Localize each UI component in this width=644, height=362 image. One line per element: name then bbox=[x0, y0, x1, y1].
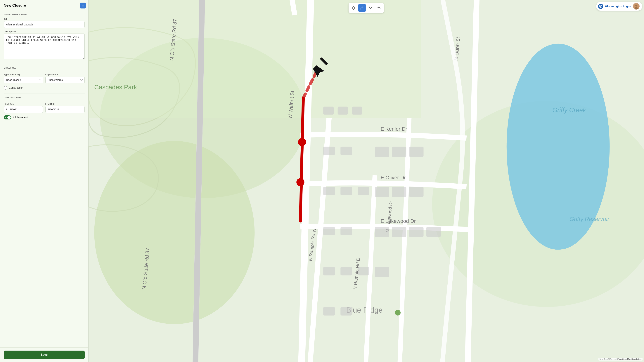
draw-icon bbox=[360, 6, 364, 10]
map-area: Griffy Creek Griffy Reservoir Cascades P… bbox=[88, 0, 644, 362]
svg-rect-7 bbox=[88, 0, 421, 118]
select-tool-button[interactable] bbox=[367, 4, 374, 12]
svg-rect-46 bbox=[426, 227, 441, 237]
all-day-toggle-row: ✓ All day event bbox=[4, 115, 85, 119]
end-date-group: End Date bbox=[45, 100, 85, 113]
title-field-group: Title bbox=[4, 18, 85, 28]
site-name: Bloomington.in.gov bbox=[605, 5, 631, 8]
draw-tool-button[interactable] bbox=[358, 4, 366, 12]
svg-rect-39 bbox=[340, 267, 352, 276]
type-label: Type of closing bbox=[4, 73, 43, 76]
title-input[interactable] bbox=[4, 21, 85, 28]
branding-logo bbox=[598, 4, 603, 9]
all-day-label: All day event bbox=[13, 116, 28, 119]
svg-text:E Kenler Dr: E Kenler Dr bbox=[381, 126, 407, 132]
left-panel: New Closure ✕ BASIC INFORMATION Title De… bbox=[0, 0, 88, 362]
svg-text:Griffy Creek: Griffy Creek bbox=[552, 106, 586, 113]
svg-rect-28 bbox=[358, 187, 369, 195]
department-label: Department bbox=[45, 73, 85, 76]
svg-rect-25 bbox=[340, 147, 352, 155]
basic-info-section: BASIC INFORMATION Title Description The … bbox=[4, 13, 85, 60]
map-background: Griffy Creek Griffy Reservoir Cascades P… bbox=[88, 0, 644, 362]
date-row: Start Date End Date bbox=[4, 100, 85, 113]
svg-text:E Lakewood Dr: E Lakewood Dr bbox=[381, 218, 416, 224]
end-date-label: End Date bbox=[45, 103, 85, 105]
svg-text:E Oliver Dr: E Oliver Dr bbox=[381, 175, 406, 180]
end-date-input[interactable] bbox=[45, 106, 85, 113]
svg-rect-37 bbox=[340, 227, 352, 235]
svg-text:Griffy Reservoir: Griffy Reservoir bbox=[570, 216, 610, 222]
pan-icon bbox=[352, 6, 356, 10]
panel-header: New Closure ✕ bbox=[0, 0, 88, 10]
type-select[interactable]: Road Closed Lane Closure Sidewalk Closur… bbox=[4, 77, 43, 83]
svg-rect-27 bbox=[340, 187, 352, 195]
metadata-label: METADATA bbox=[4, 67, 85, 69]
map-toolbar bbox=[348, 3, 384, 13]
panel-title: New Closure bbox=[4, 3, 85, 7]
svg-rect-35 bbox=[392, 227, 406, 237]
title-label: Title bbox=[4, 18, 85, 20]
save-button[interactable]: Save bbox=[4, 351, 85, 359]
svg-rect-44 bbox=[409, 147, 424, 157]
undo-button[interactable] bbox=[375, 4, 383, 12]
svg-rect-40 bbox=[358, 267, 369, 276]
close-button[interactable]: ✕ bbox=[80, 2, 86, 8]
undo-icon bbox=[377, 6, 381, 10]
pan-tool-button[interactable] bbox=[350, 4, 358, 12]
svg-rect-34 bbox=[375, 227, 389, 237]
svg-point-56 bbox=[635, 5, 637, 7]
svg-rect-31 bbox=[375, 187, 389, 197]
user-avatar[interactable] bbox=[633, 3, 640, 9]
svg-point-2 bbox=[94, 141, 254, 324]
svg-rect-33 bbox=[409, 187, 424, 197]
svg-text:Cascades Park: Cascades Park bbox=[94, 84, 137, 91]
svg-rect-32 bbox=[392, 187, 406, 197]
save-btn-container: Save bbox=[0, 348, 88, 362]
map-attribution: Map Data ©Mapbox ©OpenStreetMap Contribu… bbox=[598, 358, 642, 361]
svg-rect-24 bbox=[323, 147, 335, 155]
svg-rect-21 bbox=[323, 106, 334, 114]
svg-rect-42 bbox=[323, 307, 335, 316]
department-select[interactable]: Public Works Parks Utilities bbox=[45, 77, 85, 83]
svg-rect-41 bbox=[375, 267, 389, 277]
toggle-check-icon: ✓ bbox=[4, 116, 6, 119]
dropdowns-row: Type of closing Road Closed Lane Closure… bbox=[4, 71, 85, 83]
department-field-group: Department Public Works Parks Utilities bbox=[45, 71, 85, 83]
start-date-label: Start Date bbox=[4, 103, 43, 105]
svg-point-50 bbox=[296, 178, 304, 186]
svg-point-49 bbox=[298, 138, 306, 146]
start-date-input[interactable] bbox=[4, 106, 43, 113]
metadata-section: METADATA Type of closing Road Closed Lan… bbox=[4, 64, 85, 90]
description-field-group: Description The intersection of Allen St… bbox=[4, 30, 85, 60]
description-input[interactable]: The intersection of Allen St and Wylie A… bbox=[4, 33, 85, 59]
svg-rect-30 bbox=[392, 147, 406, 157]
construction-checkbox-row: Construction bbox=[4, 86, 85, 90]
type-field-group: Type of closing Road Closed Lane Closure… bbox=[4, 71, 43, 83]
svg-rect-22 bbox=[338, 106, 348, 114]
construction-label: Construction bbox=[9, 86, 24, 89]
svg-rect-45 bbox=[409, 227, 424, 237]
svg-rect-23 bbox=[352, 106, 362, 114]
select-icon bbox=[369, 6, 372, 10]
construction-checkbox[interactable] bbox=[4, 86, 8, 90]
start-date-group: Start Date bbox=[4, 100, 43, 113]
datetime-section: DATE AND TIME Start Date End Date ✓ All … bbox=[4, 93, 85, 119]
description-label: Description bbox=[4, 30, 85, 33]
svg-rect-38 bbox=[323, 267, 335, 276]
svg-rect-29 bbox=[375, 147, 389, 157]
panel-content: BASIC INFORMATION Title Description The … bbox=[0, 10, 88, 347]
svg-rect-43 bbox=[340, 307, 352, 316]
svg-rect-36 bbox=[323, 227, 335, 235]
basic-info-label: BASIC INFORMATION bbox=[4, 13, 85, 15]
svg-rect-26 bbox=[323, 187, 335, 195]
all-day-toggle[interactable]: ✓ bbox=[4, 115, 11, 119]
svg-point-47 bbox=[395, 310, 400, 316]
datetime-label: DATE AND TIME bbox=[4, 96, 85, 99]
branding-bar: Bloomington.in.gov bbox=[596, 2, 642, 11]
